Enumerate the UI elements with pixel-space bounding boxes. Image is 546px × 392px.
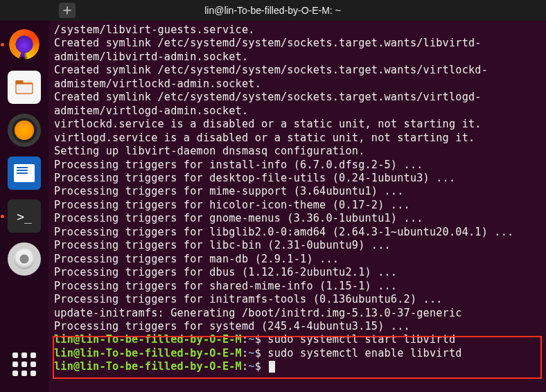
terminal-line: Processing triggers for gnome-menus (3.3… xyxy=(54,212,542,225)
terminal-line: Processing triggers for hicolor-icon-the… xyxy=(54,199,542,212)
terminal-line: Created symlink /etc/systemd/system/sock… xyxy=(54,37,542,64)
terminal-icon[interactable]: >_ xyxy=(8,199,41,233)
terminal-line: Processing triggers for dbus (1.12.16-2u… xyxy=(54,266,542,279)
disks-icon[interactable] xyxy=(8,242,41,276)
new-tab-button[interactable] xyxy=(59,3,76,18)
terminal-line: Processing triggers for shared-mime-info… xyxy=(54,280,542,293)
prompt-line: lin@lin-To-be-filled-by-O-E-M:~$ xyxy=(54,360,542,373)
terminal-line: Setting up libvirt-daemon dnsmasq config… xyxy=(54,145,542,158)
cursor xyxy=(269,361,275,373)
terminal-line: Processing triggers for install-info (6.… xyxy=(54,159,542,172)
terminal-line: /system/libvirt-guests.service. xyxy=(54,24,542,37)
terminal-line: Processing triggers for initramfs-tools … xyxy=(54,293,542,306)
rhythmbox-icon[interactable] xyxy=(8,114,41,147)
dock: >_ xyxy=(0,21,49,392)
terminal-line: virtlockd.service is a disabled or a sta… xyxy=(54,118,542,131)
svg-rect-2 xyxy=(17,84,33,93)
terminal-line: virtlogd.service is a disabled or a stat… xyxy=(54,132,542,145)
terminal-line: Processing triggers for systemd (245.4-4… xyxy=(54,320,542,333)
terminal-line: update-initramfs: Generating /boot/initr… xyxy=(54,307,542,320)
title-bar: lin@lin-To-be-filled-by-O-E-M: ~ xyxy=(0,0,546,21)
svg-rect-1 xyxy=(15,80,23,84)
libreoffice-writer-icon[interactable] xyxy=(8,157,41,190)
firefox-icon[interactable] xyxy=(8,28,41,61)
show-applications-button[interactable] xyxy=(8,348,41,381)
files-icon[interactable] xyxy=(8,71,41,104)
terminal-line: Processing triggers for desktop-file-uti… xyxy=(54,172,542,185)
prompt-line: lin@lin-To-be-filled-by-O-E-M:~$ sudo sy… xyxy=(54,333,542,346)
terminal-line: Processing triggers for libglib2.0-0:amd… xyxy=(54,226,542,239)
prompt-line: lin@lin-To-be-filled-by-O-E-M:~$ sudo sy… xyxy=(54,347,542,360)
terminal-line: Processing triggers for libc-bin (2.31-0… xyxy=(54,239,542,252)
terminal-line: Created symlink /etc/systemd/system/sock… xyxy=(54,91,542,118)
terminal-output[interactable]: /system/libvirt-guests.service.Created s… xyxy=(49,21,546,392)
terminal-line: Created symlink /etc/systemd/system/sock… xyxy=(54,64,542,91)
terminal-line: Processing triggers for mime-support (3.… xyxy=(54,185,542,198)
terminal-line: Processing triggers for man-db (2.9.1-1)… xyxy=(54,253,542,266)
window-title: lin@lin-To-be-filled-by-O-E-M: ~ xyxy=(76,5,470,16)
